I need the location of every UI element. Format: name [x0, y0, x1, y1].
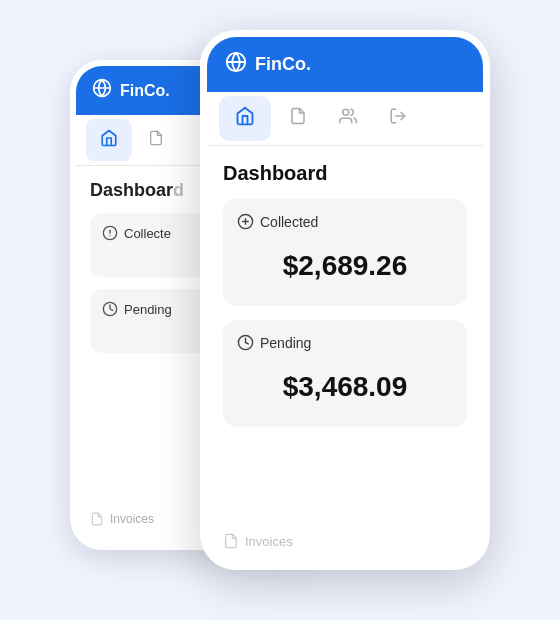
back-globe-icon: [92, 78, 112, 103]
front-pending-label: Pending: [260, 335, 311, 351]
front-nav-docs[interactable]: [273, 92, 323, 145]
front-logout-icon: [389, 107, 407, 130]
front-collected-value: $2,689.26: [237, 240, 453, 292]
back-nav-docs[interactable]: [134, 115, 178, 165]
front-home-icon: [235, 106, 255, 131]
back-app-name: FinCo.: [120, 82, 170, 100]
front-users-icon: [339, 107, 357, 130]
front-nav-home[interactable]: [219, 96, 271, 141]
front-bottom-nav: Invoices: [207, 533, 483, 549]
front-docs-icon: [289, 107, 307, 130]
back-home-icon: [100, 129, 118, 151]
svg-point-8: [343, 109, 349, 115]
front-pending-card: Pending $3,468.09: [223, 320, 467, 427]
front-collected-card: Collected $2,689.26: [223, 199, 467, 306]
phone-front: FinCo.: [200, 30, 490, 570]
front-collected-label: Collected: [260, 214, 318, 230]
front-app-header: FinCo.: [207, 37, 483, 92]
front-pending-label-row: Pending: [237, 334, 453, 351]
back-nav-home[interactable]: [86, 119, 132, 161]
phone-container: FinCo. Dashb: [70, 30, 490, 590]
front-collected-label-row: Collected: [237, 213, 453, 230]
front-page-title: Dashboard: [223, 162, 467, 185]
front-globe-icon: [225, 51, 247, 78]
front-nav-logout[interactable]: [373, 92, 423, 145]
back-invoices-label: Invoices: [110, 512, 154, 526]
front-nav-bar: [207, 92, 483, 146]
front-invoices-nav[interactable]: Invoices: [223, 533, 467, 549]
front-content: Dashboard Collected $2,689.26: [207, 146, 483, 457]
back-docs-icon: [148, 130, 164, 150]
front-invoices-label: Invoices: [245, 534, 293, 549]
front-app-name: FinCo.: [255, 54, 311, 75]
front-nav-users[interactable]: [323, 92, 373, 145]
front-pending-value: $3,468.09: [237, 361, 453, 413]
